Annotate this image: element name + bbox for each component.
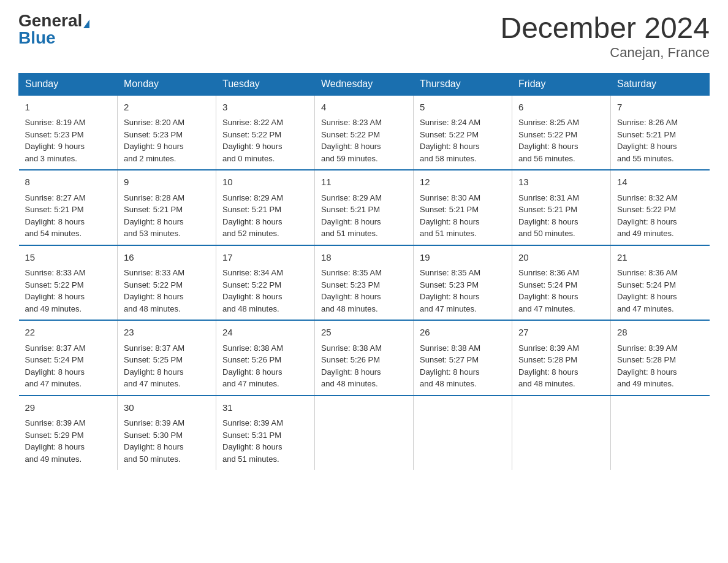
calendar-body: 1Sunrise: 8:19 AM Sunset: 5:23 PM Daylig… [19,95,710,470]
day-info: Sunrise: 8:20 AM Sunset: 5:23 PM Dayligh… [124,117,210,164]
day-info: Sunrise: 8:30 AM Sunset: 5:21 PM Dayligh… [420,192,506,240]
week-row-1: 1Sunrise: 8:19 AM Sunset: 5:23 PM Daylig… [19,95,710,170]
day-info: Sunrise: 8:34 AM Sunset: 5:22 PM Dayligh… [222,267,308,315]
day-cell-29: 29Sunrise: 8:39 AM Sunset: 5:29 PM Dayli… [19,396,118,470]
header-day-friday: Friday [512,73,611,95]
day-number: 14 [617,175,703,190]
day-info: Sunrise: 8:39 AM Sunset: 5:29 PM Dayligh… [25,417,112,465]
day-info: Sunrise: 8:23 AM Sunset: 5:22 PM Dayligh… [321,117,407,164]
day-info: Sunrise: 8:27 AM Sunset: 5:21 PM Dayligh… [25,192,112,240]
day-number: 20 [518,251,604,265]
day-number: 4 [321,101,407,115]
day-number: 18 [321,251,407,265]
header-day-saturday: Saturday [611,73,710,95]
day-cell-20: 20Sunrise: 8:36 AM Sunset: 5:24 PM Dayli… [512,245,611,321]
day-cell-empty [611,396,710,470]
day-cell-empty [315,396,414,470]
day-cell-16: 16Sunrise: 8:33 AM Sunset: 5:22 PM Dayli… [118,245,216,321]
logo-general-text: General [18,11,82,30]
day-number: 26 [420,326,506,340]
logo-triangle-icon [83,20,89,28]
day-number: 19 [420,251,506,265]
day-number: 1 [25,101,112,115]
day-cell-10: 10Sunrise: 8:29 AM Sunset: 5:21 PM Dayli… [216,170,315,245]
header-day-sunday: Sunday [19,73,118,95]
day-number: 16 [124,251,210,265]
day-info: Sunrise: 8:39 AM Sunset: 5:30 PM Dayligh… [124,417,210,465]
day-number: 5 [420,101,506,115]
day-number: 10 [222,175,308,190]
day-cell-9: 9Sunrise: 8:28 AM Sunset: 5:21 PM Daylig… [118,170,216,245]
day-cell-27: 27Sunrise: 8:39 AM Sunset: 5:28 PM Dayli… [512,320,611,396]
day-number: 15 [25,251,112,265]
day-info: Sunrise: 8:38 AM Sunset: 5:26 PM Dayligh… [321,342,407,390]
day-cell-24: 24Sunrise: 8:38 AM Sunset: 5:26 PM Dayli… [216,320,315,396]
logo-blue-text: Blue [18,28,56,47]
day-info: Sunrise: 8:29 AM Sunset: 5:21 PM Dayligh… [222,192,308,240]
day-number: 6 [518,101,604,115]
day-cell-7: 7Sunrise: 8:26 AM Sunset: 5:21 PM Daylig… [611,95,710,170]
logo: General Blue [18,12,89,47]
day-cell-4: 4Sunrise: 8:23 AM Sunset: 5:22 PM Daylig… [315,95,414,170]
day-number: 23 [124,326,210,340]
week-row-5: 29Sunrise: 8:39 AM Sunset: 5:29 PM Dayli… [19,396,710,470]
day-number: 8 [25,175,112,190]
month-title: December 2024 [500,12,710,45]
day-cell-25: 25Sunrise: 8:38 AM Sunset: 5:26 PM Dayli… [315,320,414,396]
header-day-tuesday: Tuesday [216,73,315,95]
day-number: 3 [222,101,308,115]
day-info: Sunrise: 8:39 AM Sunset: 5:28 PM Dayligh… [518,342,604,390]
day-info: Sunrise: 8:29 AM Sunset: 5:21 PM Dayligh… [321,192,407,240]
day-cell-1: 1Sunrise: 8:19 AM Sunset: 5:23 PM Daylig… [19,95,118,170]
day-cell-22: 22Sunrise: 8:37 AM Sunset: 5:24 PM Dayli… [19,320,118,396]
day-number: 28 [617,326,703,340]
calendar-header: SundayMondayTuesdayWednesdayThursdayFrid… [19,73,710,95]
day-info: Sunrise: 8:33 AM Sunset: 5:22 PM Dayligh… [25,267,112,315]
header-day-thursday: Thursday [414,73,512,95]
day-number: 11 [321,175,407,190]
day-cell-6: 6Sunrise: 8:25 AM Sunset: 5:22 PM Daylig… [512,95,611,170]
day-cell-30: 30Sunrise: 8:39 AM Sunset: 5:30 PM Dayli… [118,396,216,470]
day-number: 21 [617,251,703,265]
logo-line2: Blue [18,29,56,47]
day-number: 2 [124,101,210,115]
header-row: SundayMondayTuesdayWednesdayThursdayFrid… [19,73,710,95]
day-number: 22 [25,326,112,340]
title-block: December 2024 Canejan, France [500,12,710,61]
day-number: 30 [124,401,210,415]
day-number: 25 [321,326,407,340]
day-cell-15: 15Sunrise: 8:33 AM Sunset: 5:22 PM Dayli… [19,245,118,321]
location: Canejan, France [500,45,710,61]
week-row-3: 15Sunrise: 8:33 AM Sunset: 5:22 PM Dayli… [19,245,710,321]
day-cell-empty [414,396,512,470]
day-cell-17: 17Sunrise: 8:34 AM Sunset: 5:22 PM Dayli… [216,245,315,321]
logo-line1: General [18,12,89,29]
day-cell-23: 23Sunrise: 8:37 AM Sunset: 5:25 PM Dayli… [118,320,216,396]
day-cell-11: 11Sunrise: 8:29 AM Sunset: 5:21 PM Dayli… [315,170,414,245]
day-number: 31 [222,401,308,415]
day-info: Sunrise: 8:25 AM Sunset: 5:22 PM Dayligh… [518,117,604,164]
day-info: Sunrise: 8:28 AM Sunset: 5:21 PM Dayligh… [124,192,210,240]
day-info: Sunrise: 8:24 AM Sunset: 5:22 PM Dayligh… [420,117,506,164]
day-info: Sunrise: 8:35 AM Sunset: 5:23 PM Dayligh… [420,267,506,315]
day-cell-3: 3Sunrise: 8:22 AM Sunset: 5:22 PM Daylig… [216,95,315,170]
day-number: 17 [222,251,308,265]
day-number: 13 [518,175,604,190]
day-info: Sunrise: 8:37 AM Sunset: 5:25 PM Dayligh… [124,342,210,390]
header-day-wednesday: Wednesday [315,73,414,95]
day-info: Sunrise: 8:39 AM Sunset: 5:31 PM Dayligh… [222,417,308,465]
day-info: Sunrise: 8:33 AM Sunset: 5:22 PM Dayligh… [124,267,210,315]
day-cell-18: 18Sunrise: 8:35 AM Sunset: 5:23 PM Dayli… [315,245,414,321]
day-cell-26: 26Sunrise: 8:38 AM Sunset: 5:27 PM Dayli… [414,320,512,396]
day-number: 29 [25,401,112,415]
day-info: Sunrise: 8:32 AM Sunset: 5:22 PM Dayligh… [617,192,703,240]
day-cell-21: 21Sunrise: 8:36 AM Sunset: 5:24 PM Dayli… [611,245,710,321]
day-info: Sunrise: 8:35 AM Sunset: 5:23 PM Dayligh… [321,267,407,315]
day-cell-13: 13Sunrise: 8:31 AM Sunset: 5:21 PM Dayli… [512,170,611,245]
day-info: Sunrise: 8:37 AM Sunset: 5:24 PM Dayligh… [25,342,112,390]
day-cell-28: 28Sunrise: 8:39 AM Sunset: 5:28 PM Dayli… [611,320,710,396]
day-cell-12: 12Sunrise: 8:30 AM Sunset: 5:21 PM Dayli… [414,170,512,245]
day-info: Sunrise: 8:36 AM Sunset: 5:24 PM Dayligh… [518,267,604,315]
week-row-2: 8Sunrise: 8:27 AM Sunset: 5:21 PM Daylig… [19,170,710,245]
day-cell-14: 14Sunrise: 8:32 AM Sunset: 5:22 PM Dayli… [611,170,710,245]
